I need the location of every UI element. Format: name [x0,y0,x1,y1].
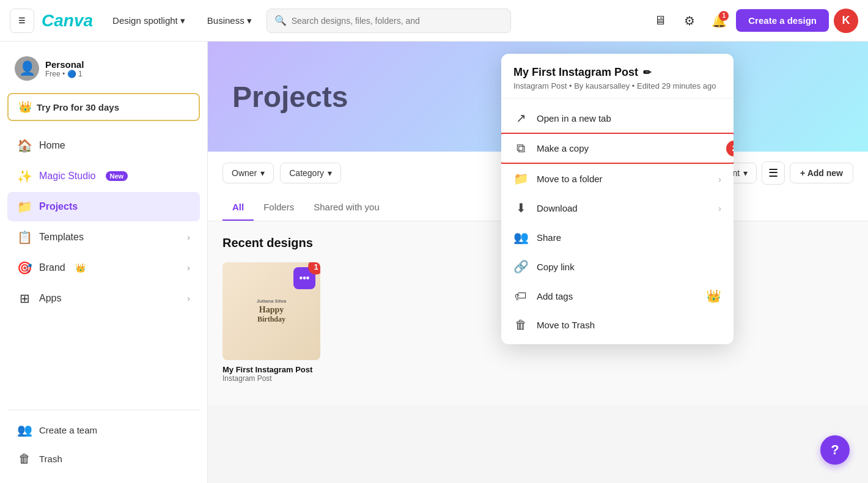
sidebar-nav: 🏠 Home ✨ Magic Studio New 📁 Projects 📋 T… [7,131,200,410]
brand-icon: 🎯 [17,260,32,275]
search-bar[interactable]: 🔍 [267,9,511,33]
chevron-down-icon: ▾ [743,168,748,178]
menu-item-add-tags[interactable]: 🏷 Add tags 👑 [501,281,734,311]
main-layout: 👤 Personal Free • 🔵 1 👑 Try Pro for 30 d… [0,42,868,483]
context-menu-header: My First Instagram Post ✏ Instagram Post… [501,54,734,98]
chevron-right-icon: › [718,174,721,184]
canva-logo: Canva [42,11,93,31]
folder-icon: 📁 [513,171,528,186]
menu-item-label: Copy link [537,262,575,272]
gear-icon: ⚙ [684,13,695,28]
chevron-down-icon: ▾ [328,168,332,178]
sidebar-item-projects[interactable]: 📁 Projects [7,192,200,221]
sidebar-item-label: Create a team [39,425,97,435]
notification-button[interactable]: 🔔 1 [707,9,731,33]
person-icon: 👤 [19,61,35,76]
avatar[interactable]: K [834,9,858,33]
user-avatar: 👤 [15,56,39,81]
nav-design-spotlight[interactable]: Design spotlight ▾ [105,10,193,31]
sidebar-item-label: Trash [39,454,62,464]
chevron-right-icon: › [187,263,190,273]
sidebar-item-apps[interactable]: ⊞ Apps › [7,284,200,313]
share-icon: 👥 [513,230,528,245]
menu-item-copy-link[interactable]: 🔗 Copy link [501,252,734,281]
crown-icon: 👑 [18,100,32,114]
header: ☰ Canva Design spotlight ▾ Business ▾ 🔍 … [0,0,868,42]
edit-icon[interactable]: ✏ [643,67,651,78]
sidebar-item-create-team[interactable]: 👥 Create a team [7,415,200,444]
sidebar-item-templates[interactable]: 📋 Templates › [7,223,200,252]
menu-item-share[interactable]: 👥 Share [501,223,734,252]
chevron-down-icon: ▾ [247,15,252,26]
sidebar-item-brand[interactable]: 🎯 Brand 👑 › [7,253,200,282]
design-name: My First Instagram Post [223,365,320,374]
content-area: Projects Owner ▾ Category ▾ ⇅ Most relev… [208,42,868,483]
design-card[interactable]: Juliana Silva Happy Birthday ••• 1 My Fi… [223,262,320,383]
menu-item-label: Move to Trash [537,320,595,330]
step2-badge: 2 [726,141,734,157]
owner-filter-label: Owner [232,168,257,178]
folder-icon: 📁 [17,199,32,214]
user-section: 👤 Personal Free • 🔵 1 [7,51,200,86]
banner-title: Projects [232,80,348,114]
monitor-icon: 🖥 [654,13,666,28]
sidebar-item-label: Magic Studio [39,171,96,182]
help-button[interactable]: ? [820,435,850,465]
home-icon: 🏠 [17,138,32,153]
menu-item-label: Move to a folder [537,174,603,184]
search-input[interactable] [292,16,503,26]
tab-shared[interactable]: Shared with you [304,194,389,221]
menu-item-label: Share [537,232,561,243]
tab-folders[interactable]: Folders [254,194,304,221]
link-icon: 🔗 [513,259,528,274]
sidebar-item-home[interactable]: 🏠 Home [7,131,200,160]
nav-business[interactable]: Business ▾ [200,10,259,31]
monitor-button[interactable]: 🖥 [648,9,672,33]
owner-filter[interactable]: Owner ▾ [223,163,274,183]
menu-item-label: Add tags [537,291,573,301]
apps-icon: ⊞ [17,291,32,306]
notification-badge: 1 [719,11,729,21]
menu-item-move-trash[interactable]: 🗑 Move to Trash [501,311,734,339]
settings-button[interactable]: ⚙ [677,9,702,33]
hamburger-button[interactable]: ☰ [10,9,34,33]
ellipsis-icon: ••• [300,273,310,284]
menu-item-move-folder[interactable]: 📁 Move to a folder › [501,164,734,193]
try-pro-label: Try Pro for 30 days [37,102,119,112]
try-pro-button[interactable]: 👑 Try Pro for 30 days [7,93,200,121]
sidebar-item-label: Brand [39,262,65,273]
category-filter[interactable]: Category ▾ [280,163,341,183]
trash-icon: 🗑 [513,318,528,332]
menu-item-open-new-tab[interactable]: ↗ Open in a new tab [501,103,734,133]
list-view-button[interactable]: ☰ [762,161,785,185]
create-design-button[interactable]: Create a design [736,9,829,32]
search-icon: 🔍 [274,15,287,26]
design-type: Instagram Post [223,374,320,383]
menu-item-make-copy[interactable]: ⧉ Make a copy 2 [501,133,734,164]
download-icon: ⬇ [513,201,528,215]
chevron-right-icon: › [187,293,190,303]
add-new-button[interactable]: + Add new [790,163,853,183]
sparkle-icon: ✨ [17,169,32,183]
user-info: Personal Free • 🔵 1 [45,59,84,78]
sidebar-item-label: Templates [39,232,84,243]
sidebar-item-label: Home [39,140,65,151]
tab-all[interactable]: All [223,194,254,221]
sidebar-item-trash[interactable]: 🗑 Trash [7,444,200,473]
context-menu-title: My First Instagram Post ✏ [513,66,721,79]
sidebar-item-magic-studio[interactable]: ✨ Magic Studio New [7,161,200,191]
external-link-icon: ↗ [513,111,528,125]
logo[interactable]: Canva [42,11,93,31]
new-badge: New [106,171,128,181]
crown-icon: 👑 [75,263,86,273]
chevron-down-icon: ▾ [260,168,265,178]
chevron-right-icon: › [187,232,190,242]
category-filter-label: Category [289,168,324,178]
context-menu-subtitle: Instagram Post • By kausarsalley • Edite… [513,81,721,90]
menu-item-label: Download [537,203,578,213]
design-thumbnail: Juliana Silva Happy Birthday ••• 1 [223,262,320,360]
menu-item-label: Open in a new tab [537,113,611,124]
menu-item-download[interactable]: ⬇ Download › [501,193,734,223]
sidebar-bottom: 👥 Create a team 🗑 Trash [7,410,200,473]
context-menu-items: ↗ Open in a new tab ⧉ Make a copy 2 📁 Mo… [501,98,734,344]
